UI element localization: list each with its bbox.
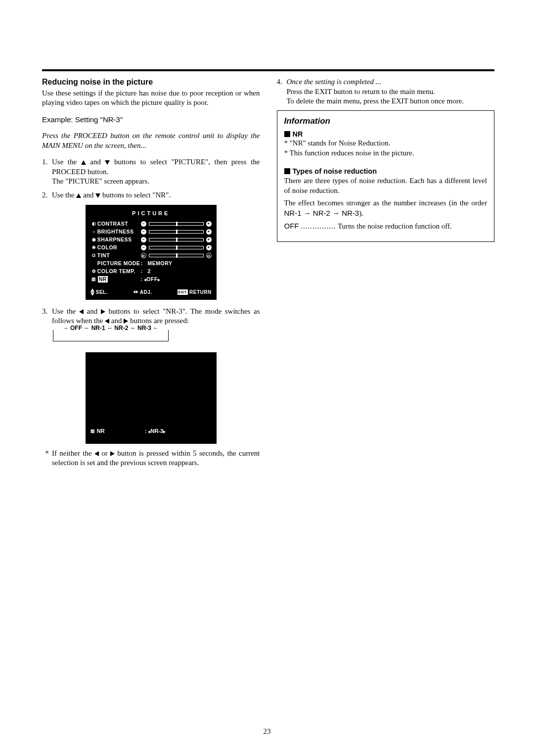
osd-colortemp-row: ✿ COLOR TEMP. : 2 [90, 268, 212, 276]
triangle-up-icon [90, 288, 94, 292]
plus-icon: + [206, 229, 212, 235]
t: There are three types of noise reduction… [284, 176, 488, 195]
types-p2: The effect becomes stronger as the numbe… [284, 198, 488, 218]
t: If neither the [52, 449, 94, 457]
note: * If neither the or button is pressed wi… [42, 449, 260, 468]
osd-nr-panel: ▥NR : NR-3 [86, 352, 217, 444]
exit-badge: EXIT [178, 289, 188, 295]
t: and [90, 158, 105, 166]
osd-color-row: ❀ COLOR −+ [90, 244, 212, 252]
step-3: 3. Use the and buttons to select "NR-3".… [42, 307, 260, 326]
osd-blank-area [86, 439, 217, 444]
osd2-nr-row: ▥NR : NR-3 [86, 424, 217, 439]
step-body: Use the and buttons to select "NR-3". Th… [52, 307, 260, 326]
info-subheading: NR [284, 130, 488, 139]
cycle-box: → OFF ↔ NR-1 ↔ NR-2 ↔ NR-3 ← [53, 330, 169, 341]
t: NR [293, 130, 303, 138]
plus-icon: + [206, 237, 212, 242]
intro-text: Use these settings if the picture has no… [42, 89, 260, 108]
lbl: NR [98, 276, 108, 283]
square-icon [284, 168, 290, 174]
example-line: Example: Setting "NR-3" [42, 115, 260, 125]
cycle-text: → OFF ↔ NR-1 ↔ NR-2 ↔ NR-3 ← [53, 325, 168, 332]
v: MEMORY [148, 260, 173, 267]
val: : 2 [141, 268, 212, 275]
osd-picture-panel: PICTURE ◐ CONTRAST −+ ☼ BRIGHTNESS −+ ◉ … [86, 205, 217, 299]
v: NR-3 [150, 428, 163, 434]
types-section: Types of noise reduction There are three… [284, 167, 488, 231]
step-2: 2. Use the and buttons to select "NR". [42, 190, 260, 200]
asterisk: * [42, 449, 52, 468]
step-list: 1. Use the and buttons to select "PICTUR… [42, 157, 260, 200]
note-list: * If neither the or button is pressed wi… [42, 449, 260, 468]
information-box: Information NR * "NR" stands for Noise R… [277, 110, 495, 242]
dotted-leader [301, 222, 336, 230]
rule [42, 69, 494, 71]
triangle-down-icon [90, 292, 94, 296]
slider-icon [149, 222, 204, 226]
r-icon: R [141, 253, 146, 258]
triangle-right-icon [158, 279, 160, 282]
info-subheading: Types of noise reduction [284, 167, 488, 176]
osd-sharpness-row: ◉ SHARPNESS −+ [90, 236, 212, 244]
triangle-right-icon [163, 430, 166, 433]
sel: SEL. [90, 288, 108, 296]
step-num: 1. [42, 157, 52, 187]
triangle-up-icon [81, 160, 86, 165]
t: The "PICTURE" screen appears. [52, 177, 260, 187]
off-label: OFF [284, 222, 299, 230]
minus-icon: − [141, 229, 146, 235]
triangle-up-icon [76, 193, 81, 198]
step-4: 4. Once the setting is completed ... Pre… [277, 77, 495, 106]
t: Use the [52, 158, 81, 166]
sharpness-icon: ◉ [90, 237, 97, 243]
page: Reducing noise in the picture Use these … [0, 0, 534, 756]
triangle-down-icon [105, 160, 110, 165]
val: : OFF [140, 276, 160, 283]
section-heading: Reducing noise in the picture [42, 77, 260, 88]
t: ADJ. [140, 289, 152, 295]
val: : NR-3 [145, 427, 166, 434]
t: Use the [52, 191, 76, 199]
contrast-icon: ◐ [90, 221, 97, 227]
triangle-left-icon [133, 290, 135, 293]
v: 2 [148, 268, 151, 275]
step-body: Use the and buttons to select "NR". [52, 190, 260, 200]
t: NR [97, 427, 105, 434]
page-number: 23 [0, 727, 534, 737]
nr-icon: ▥ [90, 277, 97, 283]
triangle-right-icon [101, 309, 105, 314]
plus-icon: + [206, 221, 212, 227]
two-columns: Reducing noise in the picture Use these … [42, 77, 494, 468]
osd-brightness-row: ☼ BRIGHTNESS −+ [90, 228, 212, 236]
t: To delete the main menu, press the EXIT … [287, 96, 495, 106]
v: OFF [146, 276, 158, 282]
minus-icon: − [141, 245, 146, 250]
osd-title: PICTURE [90, 210, 212, 217]
step-num: 3. [42, 307, 52, 326]
triangle-right-icon [124, 319, 128, 324]
val: : MEMORY [141, 260, 212, 267]
triangle-left-icon [79, 309, 84, 314]
lbl: BRIGHTNESS [97, 229, 141, 236]
t: ). [359, 209, 363, 217]
osd-blank-area [86, 352, 217, 424]
lbl: COLOR [97, 244, 141, 251]
t: The effect becomes stronger as the numbe… [284, 199, 488, 207]
plus-icon: + [206, 245, 212, 250]
t: * This function reduces noise in the pic… [284, 148, 488, 158]
t: or [99, 449, 110, 457]
lbl: ▥NR [90, 427, 145, 434]
lbl: CONTRAST [97, 221, 141, 228]
slider-icon [149, 254, 204, 257]
osd-nr-row: ▥ NR : OFF [90, 276, 212, 284]
off-line: OFF Turns the noise reduction function o… [284, 221, 488, 232]
note-body: If neither the or button is pressed with… [52, 449, 260, 468]
t: and [87, 307, 101, 315]
tint-icon: Ω [90, 253, 97, 259]
color-icon: ❀ [90, 245, 97, 251]
step-1: 1. Use the and buttons to select "PICTUR… [42, 157, 260, 187]
nr-icon: ▥ [90, 428, 95, 434]
triangle-left-icon [105, 319, 109, 324]
osd-footer: SEL. ADJ. EXIT RETURN [90, 288, 212, 296]
